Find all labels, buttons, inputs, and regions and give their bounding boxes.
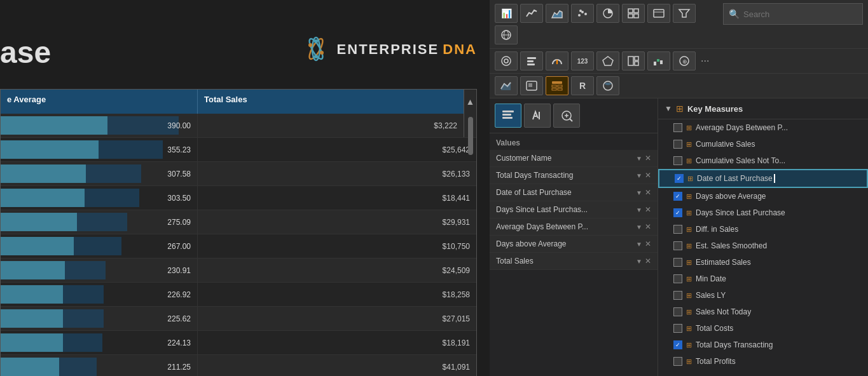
- scroll-up-arrow[interactable]: ▲: [464, 90, 476, 114]
- measure-icon: ⊞: [686, 325, 692, 333]
- field-remove-btn[interactable]: ✕: [645, 257, 651, 265]
- field-list-item[interactable]: ⊞Min Date···: [658, 271, 868, 287]
- viz-field-item[interactable]: Total Days Transacting▼✕: [490, 167, 658, 184]
- card-view-icon-btn[interactable]: [647, 4, 670, 23]
- slicer-icon-btn[interactable]: [520, 51, 543, 70]
- svg-rect-30: [628, 57, 633, 65]
- viz-field-item[interactable]: Date of Last Purchase▼✕: [490, 184, 658, 201]
- field-list-item[interactable]: ⊞Sales LY···: [658, 287, 868, 304]
- field-checkbox[interactable]: [673, 208, 682, 217]
- viz-field-item[interactable]: Customer Name▼✕: [490, 150, 658, 167]
- svg-text:⊕: ⊕: [682, 58, 687, 65]
- field-list-item[interactable]: ⊞Average Days Between P...···: [658, 119, 868, 136]
- svg-rect-33: [654, 62, 656, 65]
- svg-rect-47: [502, 111, 514, 112]
- funnel-icon-btn[interactable]: [673, 4, 696, 23]
- field-list-item[interactable]: ⊞Diff. in Sales···: [658, 221, 868, 238]
- field-checkbox[interactable]: [673, 140, 682, 149]
- format-view-btn[interactable]: [524, 104, 551, 128]
- viz-icons-row: [490, 98, 658, 133]
- field-arrow-icon: ▼: [636, 155, 642, 162]
- filled-map2-icon-btn[interactable]: [520, 76, 543, 95]
- field-checkbox[interactable]: [673, 258, 682, 267]
- search-input[interactable]: [743, 10, 857, 19]
- field-checkbox[interactable]: [675, 174, 684, 183]
- field-list-item[interactable]: ⊞Total Costs···: [658, 320, 868, 337]
- svg-rect-17: [654, 10, 664, 17]
- kpi-icon-btn[interactable]: 123: [571, 51, 594, 70]
- field-remove-btn[interactable]: ✕: [645, 188, 651, 197]
- donut-icon-btn[interactable]: [495, 51, 518, 70]
- r-visual-icon-btn[interactable]: R: [571, 76, 594, 95]
- cell-average: 224.13: [1, 331, 198, 354]
- field-checkbox[interactable]: [673, 357, 682, 366]
- line-area-icon-btn[interactable]: [495, 76, 518, 95]
- field-arrow-icon: ▼: [636, 206, 642, 213]
- azure-map-icon-btn[interactable]: [596, 76, 619, 95]
- field-list-item[interactable]: ⊞Estimated Sales···: [658, 254, 868, 271]
- matrix-icon-btn[interactable]: [546, 76, 568, 95]
- field-checkbox[interactable]: [673, 274, 682, 283]
- svg-rect-48: [502, 114, 511, 116]
- measure-icon: ⊞: [686, 209, 692, 217]
- svg-rect-14: [634, 9, 638, 13]
- filled-map-icon-btn[interactable]: [596, 51, 619, 70]
- chart-area-icon-btn[interactable]: [546, 4, 568, 23]
- svg-rect-16: [634, 14, 638, 18]
- viz-field-item[interactable]: Days Since Last Purchas...▼✕: [490, 201, 658, 218]
- field-checkbox[interactable]: [673, 123, 682, 132]
- field-arrow-icon: ▼: [636, 189, 642, 196]
- field-list-item[interactable]: ⊞Date of Last Purchase···: [658, 169, 868, 188]
- field-checkbox[interactable]: [673, 192, 682, 201]
- table-row: 230.91$24,509: [1, 258, 476, 283]
- viz-field-item[interactable]: Average Days Between P...▼✕: [490, 218, 658, 236]
- table-row: 224.13$18,191: [1, 331, 476, 355]
- field-remove-btn[interactable]: ✕: [645, 154, 651, 163]
- field-checkbox[interactable]: [673, 307, 682, 316]
- waterfall-icon-btn[interactable]: [647, 51, 670, 70]
- field-list-item[interactable]: ⊞Days above Average···: [658, 188, 868, 205]
- field-checkbox[interactable]: [673, 241, 682, 250]
- svg-marker-19: [679, 10, 689, 17]
- field-checkbox[interactable]: [673, 340, 682, 349]
- treemap-icon-btn[interactable]: [622, 51, 645, 70]
- analytics-view-btn[interactable]: [553, 104, 580, 128]
- field-checkbox[interactable]: [673, 324, 682, 333]
- fields-view-btn[interactable]: [495, 104, 521, 128]
- table-body: 390.00$3,222355.23$25,642307.58$26,13330…: [1, 114, 476, 376]
- field-remove-btn[interactable]: ✕: [645, 222, 651, 231]
- chart-pie-icon-btn[interactable]: [596, 4, 619, 23]
- cell-sales: $41,091: [198, 355, 476, 376]
- svg-point-5: [308, 43, 312, 47]
- field-remove-btn[interactable]: ✕: [645, 205, 651, 214]
- table-row: 267.00$10,750: [1, 234, 476, 258]
- field-checkbox[interactable]: [673, 291, 682, 300]
- chart-bar-icon-btn[interactable]: 📊: [495, 4, 518, 23]
- field-remove-btn[interactable]: ✕: [645, 171, 651, 180]
- viz-field-item[interactable]: Total Sales▼✕: [490, 253, 658, 270]
- field-list-item[interactable]: ⊞Est. Sales Smoothed···: [658, 238, 868, 254]
- field-list-item[interactable]: ⊞Cumulative Sales Not To...···: [658, 152, 868, 169]
- field-checkbox[interactable]: [673, 225, 682, 234]
- svg-rect-45: [558, 88, 562, 90]
- field-list-item[interactable]: ⊞Total Profits···: [658, 353, 868, 370]
- field-list-item[interactable]: ⊞Total Days Transacting···: [658, 337, 868, 353]
- field-remove-btn[interactable]: ✕: [645, 239, 651, 248]
- map-gauge-icon-btn[interactable]: [546, 51, 568, 70]
- table-grid-icon-btn[interactable]: [622, 4, 645, 23]
- field-list-item[interactable]: ⊞Cumulative Sales···: [658, 136, 868, 152]
- chart-line-icon-btn[interactable]: [520, 4, 543, 23]
- svg-point-8: [578, 14, 581, 17]
- search-box[interactable]: 🔍: [723, 3, 863, 25]
- custom-visual-icon-btn[interactable]: ⊕: [673, 51, 696, 70]
- table-row: 225.62$27,015: [1, 307, 476, 331]
- measure-icon: ⊞: [686, 341, 692, 349]
- svg-rect-27: [527, 64, 535, 65]
- viz-field-item[interactable]: Days above Average▼✕: [490, 236, 658, 253]
- field-list-item[interactable]: ⊞Days Since Last Purchase···: [658, 205, 868, 221]
- field-checkbox[interactable]: [673, 156, 682, 165]
- scrollbar[interactable]: [464, 114, 476, 137]
- chart-scatter-icon-btn[interactable]: [571, 4, 594, 23]
- field-list-item[interactable]: ⊞Sales Not Today···: [658, 304, 868, 320]
- globe-icon-btn[interactable]: [495, 25, 518, 44]
